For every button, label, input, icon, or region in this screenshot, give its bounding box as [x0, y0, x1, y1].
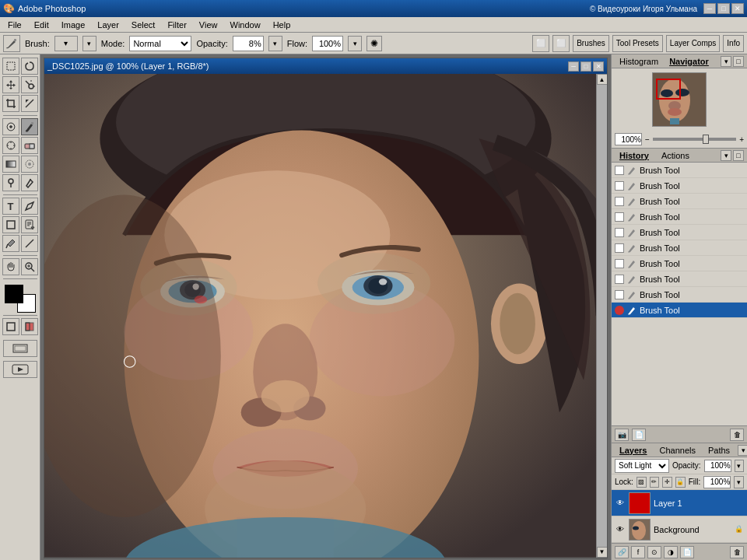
history-checkbox[interactable] [615, 275, 624, 284]
history-item[interactable]: Brush Tool [612, 163, 747, 178]
histogram-tab[interactable]: Histogram [615, 56, 663, 67]
eraser-tool[interactable] [21, 137, 38, 154]
edit-standard-mode[interactable] [2, 318, 19, 335]
new-snapshot-btn[interactable]: 📷 [615, 429, 629, 441]
history-expand-btn[interactable]: □ [733, 150, 744, 161]
scroll-down-arrow[interactable]: ▼ [597, 547, 608, 558]
history-checkbox[interactable] [615, 166, 624, 175]
new-fill-layer-btn[interactable]: ◑ [664, 546, 678, 558]
add-style-btn[interactable]: f [631, 546, 645, 558]
add-mask-btn[interactable]: ⊙ [647, 546, 661, 558]
new-document-btn[interactable]: 📄 [632, 429, 646, 441]
history-tab[interactable]: History [615, 150, 654, 161]
zoom-in-btn[interactable]: + [739, 135, 744, 144]
blend-mode-select[interactable]: Soft Light Normal Multiply Screen [615, 459, 669, 473]
history-checkbox[interactable] [615, 259, 624, 268]
menu-file[interactable]: File [2, 19, 28, 31]
dodge-tool[interactable] [2, 174, 19, 191]
opacity-arrow[interactable]: ▾ [268, 36, 282, 51]
history-item[interactable]: Brush Tool [612, 287, 747, 303]
path-selection-tool[interactable] [21, 198, 38, 215]
rectangle-shape-tool[interactable] [2, 216, 19, 233]
brush-tool-icon[interactable] [3, 35, 20, 52]
canvas-image[interactable] [44, 74, 607, 558]
maximize-button[interactable]: □ [717, 3, 730, 14]
panel-brushes-btn[interactable]: ⬜ [532, 35, 549, 52]
edit-quick-mask-mode[interactable] [21, 318, 38, 335]
menu-filter[interactable]: Filter [161, 19, 192, 31]
opacity-arrow-btn[interactable]: ▾ [735, 460, 744, 472]
document-content[interactable]: ▲ ▼ [44, 74, 607, 558]
history-item[interactable]: Brush Tool [612, 225, 747, 240]
layer-opacity-input[interactable] [704, 460, 731, 472]
zoom-slider-thumb[interactable] [703, 135, 709, 144]
rectangular-marquee-tool[interactable] [2, 58, 19, 75]
history-checkbox[interactable] [615, 228, 624, 237]
crop-tool[interactable] [2, 95, 19, 112]
history-item[interactable]: Brush Tool [612, 271, 747, 287]
color-swatches[interactable] [5, 285, 36, 313]
healing-brush-tool[interactable] [2, 118, 19, 135]
lock-paint-btn[interactable]: ✏ [650, 477, 660, 488]
doc-close-button[interactable]: ✕ [593, 61, 604, 72]
navigator-tab[interactable]: Navigator [665, 56, 714, 67]
pen-tool[interactable] [21, 174, 38, 191]
background-layer-item[interactable]: 👁 Background 🔒 [612, 516, 747, 543]
history-item[interactable]: Brush Tool [612, 194, 747, 209]
magic-wand-tool[interactable] [21, 76, 38, 93]
layers-tab[interactable]: Layers [615, 445, 651, 456]
delete-layer-btn[interactable]: 🗑 [730, 546, 744, 558]
history-checkbox[interactable] [615, 197, 624, 206]
lasso-tool[interactable] [21, 58, 38, 75]
hand-tool[interactable] [2, 258, 19, 275]
flow-input[interactable] [312, 36, 343, 51]
history-item-active[interactable]: Brush Tool [612, 303, 747, 318]
measure-tool[interactable] [21, 235, 38, 252]
history-item[interactable]: Brush Tool [612, 209, 747, 225]
brush-picker-btn[interactable]: ▾ [54, 36, 78, 51]
doc-maximize-button[interactable]: □ [580, 61, 591, 72]
move-tool[interactable] [2, 76, 19, 93]
paths-tab[interactable]: Paths [703, 445, 735, 456]
history-checkbox[interactable] [615, 290, 624, 299]
lock-transparent-btn[interactable]: ▨ [637, 477, 647, 488]
scroll-track[interactable] [597, 85, 608, 547]
menu-layer[interactable]: Layer [91, 19, 125, 31]
notes-tool[interactable] [21, 216, 38, 233]
vertical-scrollbar[interactable]: ▲ ▼ [596, 74, 607, 558]
flow-arrow[interactable]: ▾ [348, 36, 362, 51]
brush-options-btn[interactable]: ▾ [82, 36, 96, 51]
history-item[interactable]: Brush Tool [612, 240, 747, 256]
navigator-menu-btn[interactable]: ▾ [721, 56, 731, 67]
imageready-btn[interactable] [3, 361, 37, 378]
menu-view[interactable]: View [193, 19, 224, 31]
opacity-input[interactable] [233, 36, 264, 51]
fill-input[interactable] [703, 476, 731, 488]
clone-stamp-tool[interactable] [2, 137, 19, 154]
info-tab[interactable]: Info [723, 35, 744, 52]
screen-mode-btn[interactable] [3, 340, 37, 357]
delete-state-btn[interactable]: 🗑 [730, 429, 744, 441]
zoom-out-btn[interactable]: − [645, 135, 650, 144]
layer-1-visibility[interactable]: 👁 [615, 498, 626, 509]
gradient-tool[interactable] [2, 156, 19, 173]
blur-tool[interactable] [21, 156, 38, 173]
channels-tab[interactable]: Channels [654, 445, 700, 456]
navigator-zoom-input[interactable] [615, 133, 642, 145]
layer-comps-tab[interactable]: Layer Comps [666, 35, 720, 52]
navigator-expand-btn[interactable]: □ [733, 56, 744, 67]
background-visibility[interactable]: 👁 [615, 524, 626, 535]
slice-tool[interactable] [21, 95, 38, 112]
actions-tab[interactable]: Actions [657, 150, 694, 161]
lock-position-btn[interactable]: ✛ [662, 477, 672, 488]
doc-minimize-button[interactable]: ─ [568, 61, 579, 72]
link-layers-btn[interactable]: 🔗 [615, 546, 629, 558]
zoom-tool[interactable] [21, 258, 38, 275]
eyedropper-tool[interactable] [2, 235, 19, 252]
type-tool[interactable]: T [2, 198, 19, 215]
menu-help[interactable]: Help [267, 19, 297, 31]
history-menu-btn[interactable]: ▾ [721, 150, 731, 161]
mode-select[interactable]: Normal Multiply Screen Soft Light [129, 36, 191, 51]
foreground-color-swatch[interactable] [5, 285, 23, 303]
tool-presets-tab[interactable]: Tool Presets [612, 35, 663, 52]
